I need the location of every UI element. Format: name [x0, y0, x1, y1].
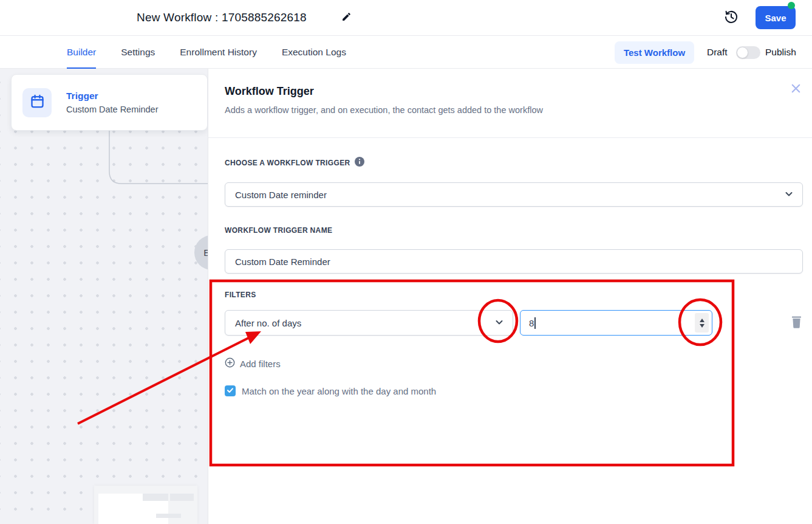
- check-icon: [227, 385, 234, 396]
- match-year-checkbox[interactable]: [225, 385, 236, 396]
- trigger-settings-panel: Workflow Trigger Adds a workflow trigger…: [208, 69, 812, 524]
- circle-plus-icon: [225, 357, 235, 370]
- match-year-row: Match on the year along with the day and…: [225, 385, 803, 396]
- history-clock-icon: [723, 9, 739, 27]
- choose-trigger-label: CHOOSE A WORKFLOW TRIGGER: [225, 158, 803, 167]
- panel-header: Workflow Trigger Adds a workflow trigger…: [208, 69, 812, 138]
- trigger-card-texts: Trigger Custom Date Reminder: [66, 91, 159, 114]
- chevron-down-icon: [784, 189, 794, 201]
- trigger-node-card[interactable]: Trigger Custom Date Reminder: [11, 74, 208, 131]
- match-year-label: Match on the year along with the day and…: [242, 386, 436, 396]
- chevron-down-icon: [494, 317, 504, 329]
- days-number-input[interactable]: 8: [520, 310, 712, 336]
- workflow-trigger-select[interactable]: Custom Date reminder: [225, 182, 803, 207]
- preview-bar: [170, 494, 194, 501]
- tab-bar: Builder Settings Enrollment History Exec…: [0, 36, 812, 69]
- stepper-down-icon[interactable]: [700, 324, 705, 328]
- tab-builder[interactable]: Builder: [67, 36, 96, 69]
- connector-line: [0, 69, 208, 524]
- days-number-value: 8: [529, 318, 534, 328]
- version-history-button[interactable]: [722, 9, 740, 27]
- trash-icon: [791, 315, 802, 330]
- filter-type-select[interactable]: After no. of days: [225, 310, 513, 336]
- trigger-card-title: Trigger: [66, 91, 159, 102]
- panel-title: Workflow Trigger: [225, 84, 797, 98]
- number-stepper[interactable]: [695, 313, 709, 333]
- publish-label: Publish: [765, 36, 796, 69]
- publish-toggle[interactable]: [736, 46, 760, 59]
- text-cursor: [534, 317, 536, 329]
- trigger-name-input[interactable]: Custom Date Reminder: [225, 249, 803, 274]
- filter-row: After no. of days 8: [225, 310, 803, 336]
- choose-trigger-label-text: CHOOSE A WORKFLOW TRIGGER: [225, 159, 350, 167]
- trigger-icon-box: [22, 88, 52, 117]
- add-filters-link[interactable]: Add filters: [225, 357, 281, 370]
- panel-body: CHOOSE A WORKFLOW TRIGGER Custom Date re…: [208, 138, 812, 396]
- trigger-name-value: Custom Date Reminder: [235, 257, 330, 267]
- calendar-icon: [29, 93, 46, 112]
- top-bar: New Workflow : 1705885262618 Save: [0, 0, 812, 36]
- workflow-builder-app: New Workflow : 1705885262618 Save Builde…: [0, 0, 812, 524]
- draft-label: Draft: [707, 36, 728, 69]
- pencil-icon: [341, 12, 352, 24]
- workflow-trigger-select-value: Custom Date reminder: [235, 190, 327, 200]
- trigger-card-subtitle: Custom Date Reminder: [66, 105, 159, 114]
- workflow-canvas[interactable]: Trigger Custom Date Reminder End: [0, 69, 208, 524]
- close-icon: [790, 83, 802, 96]
- stepper-up-icon[interactable]: [700, 319, 705, 322]
- panel-description: Adds a workflow trigger, and on executio…: [225, 104, 797, 116]
- tab-settings[interactable]: Settings: [121, 36, 155, 69]
- trigger-name-label: WORKFLOW TRIGGER NAME: [225, 226, 803, 235]
- canvas-preview-card: [94, 486, 197, 524]
- edit-title-button[interactable]: [338, 9, 355, 26]
- tabs: Builder Settings Enrollment History Exec…: [67, 36, 371, 69]
- publish-toggle-knob: [737, 47, 748, 58]
- preview-bar: [156, 514, 181, 518]
- tab-enrollment-history[interactable]: Enrollment History: [180, 36, 257, 69]
- preview-bar: [143, 494, 168, 501]
- workflow-title: New Workflow : 1705885262618: [137, 0, 307, 35]
- test-workflow-button[interactable]: Test Workflow: [615, 41, 694, 64]
- add-filters-label: Add filters: [240, 359, 281, 369]
- delete-filter-button[interactable]: [790, 315, 803, 330]
- filter-type-value: After no. of days: [235, 318, 301, 328]
- info-icon[interactable]: [355, 157, 364, 168]
- close-panel-button[interactable]: [789, 83, 802, 96]
- save-button[interactable]: Save: [756, 6, 796, 29]
- tab-execution-logs[interactable]: Execution Logs: [282, 36, 346, 69]
- filters-label: FILTERS: [225, 290, 803, 299]
- unsaved-changes-dot: [788, 2, 795, 9]
